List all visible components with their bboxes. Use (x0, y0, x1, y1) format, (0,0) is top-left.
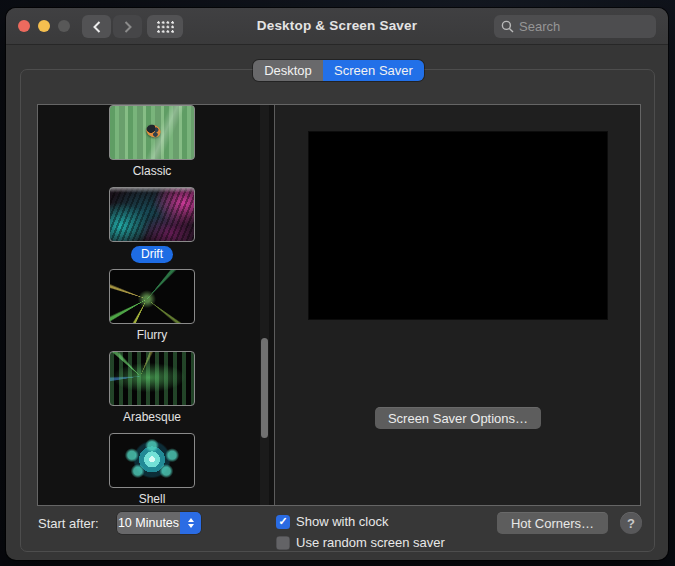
saver-label-selected: Drift (131, 246, 173, 263)
tab-bar: Desktop Screen Saver (253, 60, 424, 81)
ladybug-icon (144, 122, 163, 140)
preferences-window: Desktop & Screen Saver Search Desktop Sc… (6, 8, 668, 560)
screen-saver-items: Classic Drift Flurry Arabesque (38, 105, 266, 505)
chevron-down-icon (188, 524, 194, 528)
saver-label: Classic (133, 164, 172, 179)
dropdown-stepper-icon (180, 512, 201, 534)
show-with-clock-checkbox[interactable]: ✓ (276, 515, 290, 529)
start-after-label: Start after: (38, 516, 99, 531)
tab-screen-saver[interactable]: Screen Saver (323, 60, 424, 81)
start-after-dropdown[interactable]: 10 Minutes (117, 512, 201, 534)
title-bar: Desktop & Screen Saver Search (6, 8, 668, 45)
saver-thumbnail-drift (109, 187, 195, 242)
saver-label: Flurry (137, 328, 168, 343)
show-with-clock-label: Show with clock (296, 514, 388, 529)
screen-saver-preview (309, 132, 607, 319)
chevron-up-icon (188, 518, 194, 522)
list-item-flurry[interactable]: Flurry (38, 269, 266, 351)
list-item-arabesque[interactable]: Arabesque (38, 351, 266, 433)
search-input[interactable]: Search (494, 15, 656, 38)
desktop-background: Desktop & Screen Saver Search Desktop Sc… (0, 0, 675, 566)
show-with-clock-row: ✓ Show with clock (276, 514, 388, 529)
search-placeholder: Search (519, 19, 560, 34)
use-random-checkbox[interactable] (276, 536, 290, 550)
list-item-shell[interactable]: Shell (38, 433, 266, 505)
hot-corners-button[interactable]: Hot Corners… (497, 512, 608, 534)
scrollbar-thumb[interactable] (261, 338, 268, 438)
screen-saver-options-button[interactable]: Screen Saver Options… (375, 407, 541, 429)
saver-label: Arabesque (123, 410, 181, 425)
dropdown-value: 10 Minutes (117, 512, 180, 534)
use-random-row: Use random screen saver (276, 535, 445, 550)
saver-thumbnail-arabesque (109, 351, 195, 406)
help-button[interactable]: ? (620, 512, 642, 534)
saver-thumbnail-shell (109, 433, 195, 488)
tab-desktop[interactable]: Desktop (253, 60, 323, 81)
screen-saver-list: Classic Drift Flurry Arabesque (38, 105, 275, 505)
search-icon (501, 20, 514, 33)
list-item-classic[interactable]: Classic (38, 105, 266, 187)
list-item-drift[interactable]: Drift (38, 187, 266, 269)
content-box: Classic Drift Flurry Arabesque (37, 104, 641, 506)
saver-thumbnail-classic (109, 105, 195, 160)
use-random-label: Use random screen saver (296, 535, 445, 550)
preview-pane: Screen Saver Options… (275, 105, 640, 505)
saver-thumbnail-flurry (109, 269, 195, 324)
scrollbar-track (260, 105, 269, 505)
saver-label: Shell (139, 492, 166, 505)
